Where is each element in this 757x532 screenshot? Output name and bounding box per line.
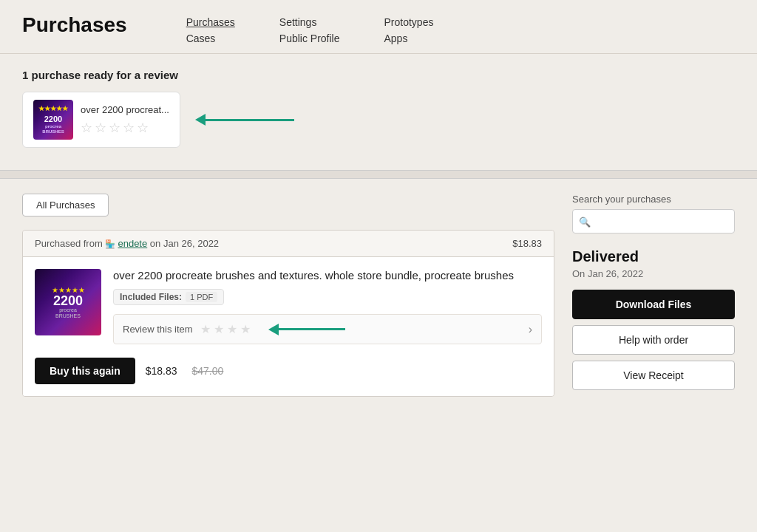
nav-col-1: Purchases Cases [186, 16, 235, 44]
item-title: over 2200 procreate brushes and textures… [113, 269, 542, 282]
review-thumb-image: ★★★★★ 2200 procreaBRUSHES [33, 100, 73, 140]
star-5[interactable]: ☆ [137, 120, 149, 136]
from-label: Purchased from [35, 238, 103, 249]
item-star-2[interactable]: ★ [214, 322, 224, 336]
item-review-stars[interactable]: ★ ★ ★ ★ [200, 322, 251, 336]
download-files-button[interactable]: Download Files [572, 290, 735, 319]
item-arrow-head [268, 324, 279, 335]
arrow-head [195, 114, 206, 126]
item-info: over 2200 procreate brushes and textures… [113, 269, 542, 344]
item-arrow-line [279, 328, 345, 330]
item-row: ★★★★★ 2200 procreaBRUSHES over 2200 proc… [35, 269, 542, 344]
nav-settings[interactable]: Settings [279, 16, 340, 28]
purchase-body: ★★★★★ 2200 procreaBRUSHES over 2200 proc… [23, 257, 554, 396]
arrow-line [206, 119, 294, 121]
item-review-arrow [268, 324, 345, 335]
star-2[interactable]: ☆ [95, 120, 106, 136]
view-receipt-button[interactable]: View Receipt [572, 361, 735, 390]
main-content: All Purchases Purchased from 🏪 endete on… [0, 179, 757, 412]
purchase-from-text: Purchased from 🏪 endete on Jan 26, 2022 [35, 238, 219, 249]
delivered-date: On Jan 26, 2022 [572, 268, 735, 279]
item-star-3[interactable]: ★ [227, 322, 237, 336]
chevron-right-icon[interactable]: › [529, 323, 532, 336]
nav-prototypes[interactable]: Prototypes [384, 16, 434, 28]
purchase-date: on Jan 26, 2022 [150, 238, 219, 249]
review-arrow [195, 114, 294, 126]
item-thumbnail: ★★★★★ 2200 procreaBRUSHES [35, 269, 101, 335]
right-panel: Search your purchases 🔍 Delivered On Jan… [572, 194, 735, 397]
purchase-header: Purchased from 🏪 endete on Jan 26, 2022 … [23, 231, 554, 257]
delivered-title: Delivered [572, 248, 735, 265]
search-icon: 🔍 [579, 216, 591, 227]
nav-col-2: Settings Public Profile [279, 16, 340, 44]
shop-link[interactable]: endete [118, 238, 147, 249]
nav-purchases[interactable]: Purchases [186, 16, 235, 28]
nav-apps[interactable]: Apps [384, 33, 434, 44]
review-product-name: over 2200 procreat... [81, 104, 169, 115]
nav-cases[interactable]: Cases [186, 33, 235, 44]
review-card-info: over 2200 procreat... ☆ ☆ ☆ ☆ ☆ [81, 104, 169, 136]
purchase-total-price: $18.83 [512, 238, 542, 249]
left-panel: All Purchases Purchased from 🏪 endete on… [22, 194, 554, 397]
star-4[interactable]: ☆ [123, 120, 135, 136]
included-files-badge: Included Files: 1 PDF [113, 289, 224, 305]
review-stars[interactable]: ☆ ☆ ☆ ☆ ☆ [81, 120, 169, 136]
review-card: ★★★★★ 2200 procreaBRUSHES over 2200 proc… [22, 92, 180, 148]
review-item-row[interactable]: Review this item ★ ★ ★ ★ [113, 314, 542, 344]
item-star-4[interactable]: ★ [240, 322, 251, 336]
star-3[interactable]: ☆ [109, 120, 120, 136]
included-files-label: Included Files: [120, 292, 182, 302]
all-purchases-button[interactable]: All Purchases [22, 194, 109, 216]
included-files-value: 1 PDF [186, 292, 217, 302]
help-with-order-button[interactable]: Help with order [572, 325, 735, 355]
buy-again-button[interactable]: Buy this again [35, 358, 135, 384]
item-star-1[interactable]: ★ [200, 322, 211, 336]
search-input-wrap: 🔍 [572, 209, 735, 233]
review-section: 1 purchase ready for a review ★★★★★ 2200… [0, 54, 757, 170]
header: Purchases Purchases Cases Settings Publi… [0, 0, 757, 54]
search-input[interactable] [572, 209, 735, 233]
search-section: Search your purchases 🔍 [572, 194, 735, 233]
review-banner-title: 1 purchase ready for a review [22, 69, 735, 81]
delivered-section: Delivered On Jan 26, 2022 Download Files… [572, 248, 735, 396]
review-item-label: Review this item [123, 324, 193, 335]
purchase-item: Purchased from 🏪 endete on Jan 26, 2022 … [22, 230, 554, 397]
nav-col-3: Prototypes Apps [384, 16, 434, 44]
buy-again-row: Buy this again $18.83 $47.00 [35, 355, 542, 384]
shop-icon: 🏪 [105, 239, 118, 248]
original-price: $47.00 [192, 365, 224, 377]
page-title: Purchases [22, 13, 127, 43]
main-nav: Purchases Cases Settings Public Profile … [186, 16, 434, 44]
current-price: $18.83 [146, 365, 177, 377]
star-1[interactable]: ☆ [81, 120, 92, 136]
section-divider [0, 170, 757, 179]
search-label: Search your purchases [572, 194, 735, 205]
filter-bar: All Purchases [22, 194, 554, 216]
nav-public-profile[interactable]: Public Profile [279, 33, 340, 44]
